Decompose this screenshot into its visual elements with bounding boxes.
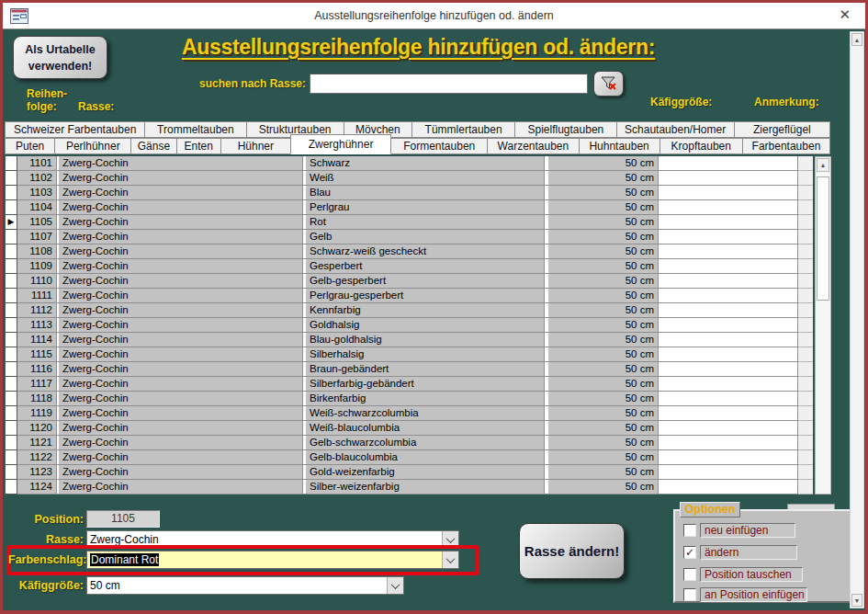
cell-position[interactable]: 1120 [17,421,57,436]
cell-breed[interactable]: Zwerg-Cochin [59,436,303,450]
cell-note[interactable] [659,450,798,465]
unchecked-checkbox-icon[interactable] [683,568,696,581]
table-row[interactable]: 1101Zwerg-CochinSchwarz50 cm [5,156,837,171]
cell-color[interactable]: Gelb [306,230,545,244]
cell-breed[interactable]: Zwerg-Cochin [59,171,303,186]
cell-position[interactable]: 1103 [17,186,57,200]
tab-h-hner[interactable]: Hühner [220,138,291,154]
cell-note[interactable] [659,303,798,318]
table-row[interactable]: 1122Zwerg-CochinGelb-blaucolumbia50 cm [5,450,837,465]
cell-note[interactable] [659,186,798,200]
cell-position[interactable]: 1101 [17,156,57,171]
table-row[interactable]: 1120Zwerg-CochinWeiß-blaucolumbia50 cm [5,421,837,436]
row-selector[interactable] [5,230,17,244]
cell-note[interactable] [659,436,798,450]
cell-position[interactable]: 1123 [17,465,57,480]
cell-note[interactable] [659,333,798,347]
cell-position[interactable]: 1118 [17,392,57,406]
table-row[interactable]: 1123Zwerg-CochinGold-weizenfarbig50 cm [5,465,837,480]
cell-cage-size[interactable]: 50 cm [548,450,659,465]
cell-breed[interactable]: Zwerg-Cochin [59,362,303,377]
cell-color[interactable]: Schwarz [306,156,545,171]
row-selector[interactable] [5,377,17,392]
cell-cage-size[interactable]: 50 cm [548,230,659,244]
cell-position[interactable]: 1122 [17,450,57,465]
cell-color[interactable]: Weiß-schwarzcolumbia [306,406,545,421]
cell-color[interactable]: Silberfarbig-gebändert [306,377,545,392]
close-icon[interactable]: ✕ [835,6,854,23]
cell-breed[interactable]: Zwerg-Cochin [59,303,303,318]
cell-breed[interactable]: Zwerg-Cochin [59,230,303,244]
tab-spielflugtauben[interactable]: Spielflugtauben [514,121,616,138]
row-selector[interactable]: ▶ [5,215,17,230]
cell-position[interactable]: 1124 [17,480,57,495]
window-scrollbar[interactable]: ▲ ▼ [850,31,864,608]
cell-cage-size[interactable]: 50 cm [548,436,659,450]
cell-color[interactable]: Weiß [306,171,545,186]
row-selector[interactable] [5,303,17,318]
search-input[interactable] [310,74,588,94]
cell-cage-size[interactable]: 50 cm [548,480,659,495]
cell-cage-size[interactable]: 50 cm [548,274,659,289]
cell-note[interactable] [659,215,798,230]
cell-note[interactable] [659,244,798,259]
table-row[interactable]: 1111Zwerg-CochinPerlgrau-gesperbert50 cm [5,289,837,303]
cell-color[interactable]: Gelb-blaucolumbia [306,450,545,465]
table-row[interactable]: 1124Zwerg-CochinSilber-weizenfarbig50 cm [5,480,837,495]
cell-position[interactable]: 1112 [17,303,57,318]
tab-t-mmlertauben[interactable]: Tümmlertauben [411,121,515,138]
row-selector[interactable] [5,156,17,171]
cell-breed[interactable]: Zwerg-Cochin [59,377,303,392]
tab-puten[interactable]: Puten [5,138,55,154]
tab-kropftauben[interactable]: Kropftauben [659,138,743,154]
cell-cage-size[interactable]: 50 cm [548,156,659,171]
kaefiggroesse-combobox[interactable]: 50 cm [86,576,404,595]
cell-color[interactable]: Weiß-blaucolumbia [306,421,545,436]
scroll-down-icon[interactable]: ▼ [851,594,862,607]
cell-position[interactable]: 1104 [17,200,57,215]
table-row[interactable]: 1119Zwerg-CochinWeiß-schwarzcolumbia50 c… [5,406,837,421]
cell-color[interactable]: Silber-weizenfarbig [306,480,545,495]
cell-note[interactable] [659,480,798,495]
cell-cage-size[interactable]: 50 cm [548,303,659,318]
cell-note[interactable] [659,289,798,303]
cell-note[interactable] [659,406,798,421]
row-selector[interactable] [5,362,17,377]
row-selector[interactable] [5,244,17,259]
cell-breed[interactable]: Zwerg-Cochin [59,156,303,171]
cell-breed[interactable]: Zwerg-Cochin [59,274,303,289]
cell-note[interactable] [659,230,798,244]
farbenschlag-combobox[interactable]: Dominant Rot [86,551,459,569]
cell-breed[interactable]: Zwerg-Cochin [59,244,303,259]
cell-color[interactable]: Blau [306,186,545,200]
cell-note[interactable] [659,274,798,289]
row-selector[interactable] [5,450,17,465]
table-row[interactable]: 1114Zwerg-CochinBlau-goldhalsig50 cm [5,333,837,347]
cell-color[interactable]: Birkenfarbig [306,392,545,406]
row-selector[interactable] [5,347,17,362]
cell-position[interactable]: 1121 [17,436,57,450]
tab-farbentauben[interactable]: Farbentauben [742,138,830,154]
tab-zwergh-hner[interactable]: Zwerghühner [290,134,391,154]
cell-color[interactable]: Silberhalsig [306,347,545,362]
cell-cage-size[interactable]: 50 cm [548,186,659,200]
cell-cage-size[interactable]: 50 cm [548,421,659,436]
cell-breed[interactable]: Zwerg-Cochin [59,421,303,436]
cell-note[interactable] [659,347,798,362]
cell-breed[interactable]: Zwerg-Cochin [59,392,303,406]
cell-note[interactable] [659,465,798,480]
rasse-combobox[interactable]: Zwerg-Cochin [86,530,459,549]
cell-position[interactable]: 1110 [17,274,57,289]
tab-formentauben[interactable]: Formentauben [390,138,488,154]
tab-huhntauben[interactable]: Huhntauben [579,138,660,154]
rasse-aendern-button[interactable]: Rasse ändern! [519,523,625,579]
cell-cage-size[interactable]: 50 cm [548,333,659,347]
cell-cage-size[interactable]: 50 cm [548,259,659,274]
cell-color[interactable]: Rot [306,215,545,230]
tab-enten[interactable]: Enten [176,138,221,154]
cell-note[interactable] [659,318,798,333]
row-selector[interactable] [5,392,17,406]
table-row[interactable]: 1116Zwerg-CochinBraun-gebändert50 cm [5,362,837,377]
cell-cage-size[interactable]: 50 cm [548,465,659,480]
cell-color[interactable]: Goldhalsig [306,318,545,333]
